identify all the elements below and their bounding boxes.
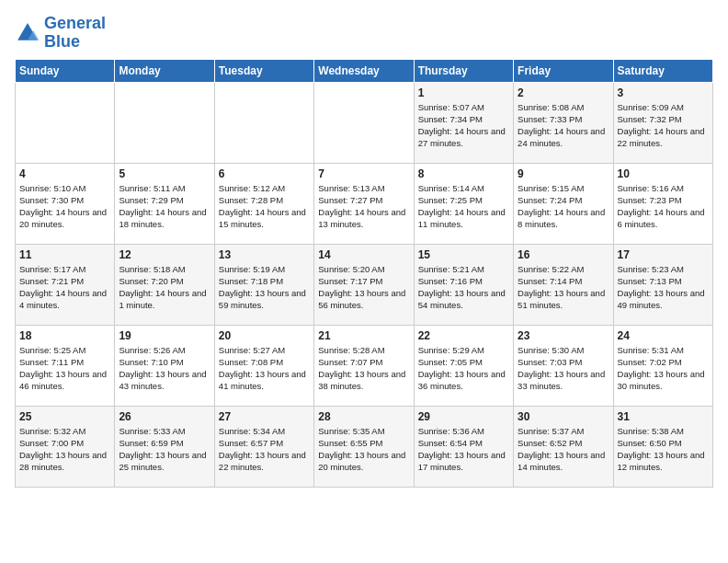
- calendar-cell: 17Sunrise: 5:23 AMSunset: 7:13 PMDayligh…: [613, 244, 712, 325]
- logo-icon: [15, 20, 40, 46]
- day-info: Sunrise: 5:27 AMSunset: 7:08 PMDaylight:…: [219, 344, 310, 393]
- calendar-cell: 15Sunrise: 5:21 AMSunset: 7:16 PMDayligh…: [414, 244, 513, 325]
- weekday-header-row: SundayMondayTuesdayWednesdayThursdayFrid…: [16, 59, 713, 82]
- calendar-cell: 19Sunrise: 5:26 AMSunset: 7:10 PMDayligh…: [115, 325, 214, 406]
- logo-text: General Blue: [44, 15, 106, 52]
- day-number: 3: [618, 86, 709, 99]
- calendar-cell: 24Sunrise: 5:31 AMSunset: 7:02 PMDayligh…: [613, 325, 712, 406]
- calendar-cell: 26Sunrise: 5:33 AMSunset: 6:59 PMDayligh…: [115, 406, 214, 487]
- day-info: Sunrise: 5:25 AMSunset: 7:11 PMDaylight:…: [19, 344, 110, 393]
- day-number: 6: [219, 167, 310, 180]
- calendar-cell: 21Sunrise: 5:28 AMSunset: 7:07 PMDayligh…: [314, 325, 414, 406]
- calendar-cell: 6Sunrise: 5:12 AMSunset: 7:28 PMDaylight…: [214, 163, 313, 244]
- day-info: Sunrise: 5:10 AMSunset: 7:30 PMDaylight:…: [19, 182, 110, 231]
- day-info: Sunrise: 5:13 AMSunset: 7:27 PMDaylight:…: [318, 182, 409, 231]
- calendar-cell: [214, 82, 313, 163]
- calendar-cell: 30Sunrise: 5:37 AMSunset: 6:52 PMDayligh…: [514, 406, 613, 487]
- weekday-header: Sunday: [16, 59, 115, 82]
- day-info: Sunrise: 5:22 AMSunset: 7:14 PMDaylight:…: [518, 263, 609, 312]
- day-info: Sunrise: 5:18 AMSunset: 7:20 PMDaylight:…: [119, 263, 210, 312]
- day-info: Sunrise: 5:30 AMSunset: 7:03 PMDaylight:…: [518, 344, 609, 393]
- day-number: 5: [119, 167, 210, 180]
- day-info: Sunrise: 5:31 AMSunset: 7:02 PMDaylight:…: [618, 344, 709, 393]
- calendar-cell: 1Sunrise: 5:07 AMSunset: 7:34 PMDaylight…: [414, 82, 513, 163]
- day-info: Sunrise: 5:28 AMSunset: 7:07 PMDaylight:…: [318, 344, 409, 393]
- day-info: Sunrise: 5:32 AMSunset: 7:00 PMDaylight:…: [19, 425, 110, 474]
- day-info: Sunrise: 5:26 AMSunset: 7:10 PMDaylight:…: [119, 344, 210, 393]
- day-info: Sunrise: 5:15 AMSunset: 7:24 PMDaylight:…: [518, 182, 609, 231]
- calendar-cell: 18Sunrise: 5:25 AMSunset: 7:11 PMDayligh…: [16, 325, 115, 406]
- day-number: 26: [119, 410, 210, 423]
- day-number: 12: [119, 248, 210, 261]
- day-info: Sunrise: 5:07 AMSunset: 7:34 PMDaylight:…: [418, 101, 509, 150]
- day-info: Sunrise: 5:38 AMSunset: 6:50 PMDaylight:…: [618, 425, 709, 474]
- day-info: Sunrise: 5:34 AMSunset: 6:57 PMDaylight:…: [219, 425, 310, 474]
- weekday-header: Tuesday: [214, 59, 313, 82]
- calendar-cell: 12Sunrise: 5:18 AMSunset: 7:20 PMDayligh…: [115, 244, 214, 325]
- day-number: 2: [518, 86, 609, 99]
- calendar-cell: 5Sunrise: 5:11 AMSunset: 7:29 PMDaylight…: [115, 163, 214, 244]
- day-number: 7: [318, 167, 409, 180]
- day-number: 9: [518, 167, 609, 180]
- calendar-week-row: 1Sunrise: 5:07 AMSunset: 7:34 PMDaylight…: [16, 82, 713, 163]
- calendar-cell: 29Sunrise: 5:36 AMSunset: 6:54 PMDayligh…: [414, 406, 513, 487]
- day-number: 22: [418, 329, 509, 342]
- day-number: 17: [618, 248, 709, 261]
- day-number: 19: [119, 329, 210, 342]
- day-number: 18: [19, 329, 110, 342]
- day-number: 4: [19, 167, 110, 180]
- calendar-table: SundayMondayTuesdayWednesdayThursdayFrid…: [15, 59, 713, 488]
- calendar-cell: [16, 82, 115, 163]
- calendar-cell: 22Sunrise: 5:29 AMSunset: 7:05 PMDayligh…: [414, 325, 513, 406]
- day-number: 13: [219, 248, 310, 261]
- day-number: 27: [219, 410, 310, 423]
- calendar-cell: 8Sunrise: 5:14 AMSunset: 7:25 PMDaylight…: [414, 163, 513, 244]
- day-info: Sunrise: 5:20 AMSunset: 7:17 PMDaylight:…: [318, 263, 409, 312]
- calendar-cell: [115, 82, 214, 163]
- day-info: Sunrise: 5:35 AMSunset: 6:55 PMDaylight:…: [318, 425, 409, 474]
- day-number: 25: [19, 410, 110, 423]
- day-info: Sunrise: 5:21 AMSunset: 7:16 PMDaylight:…: [418, 263, 509, 312]
- calendar-cell: 11Sunrise: 5:17 AMSunset: 7:21 PMDayligh…: [16, 244, 115, 325]
- day-info: Sunrise: 5:08 AMSunset: 7:33 PMDaylight:…: [518, 101, 609, 150]
- calendar-cell: 13Sunrise: 5:19 AMSunset: 7:18 PMDayligh…: [214, 244, 313, 325]
- day-info: Sunrise: 5:12 AMSunset: 7:28 PMDaylight:…: [219, 182, 310, 231]
- calendar-cell: [314, 82, 414, 163]
- day-info: Sunrise: 5:17 AMSunset: 7:21 PMDaylight:…: [19, 263, 110, 312]
- weekday-header: Thursday: [414, 59, 513, 82]
- day-number: 16: [518, 248, 609, 261]
- day-number: 1: [418, 86, 509, 99]
- day-info: Sunrise: 5:11 AMSunset: 7:29 PMDaylight:…: [119, 182, 210, 231]
- calendar-cell: 20Sunrise: 5:27 AMSunset: 7:08 PMDayligh…: [214, 325, 313, 406]
- day-number: 29: [418, 410, 509, 423]
- day-number: 24: [618, 329, 709, 342]
- calendar-cell: 2Sunrise: 5:08 AMSunset: 7:33 PMDaylight…: [514, 82, 613, 163]
- calendar-cell: 31Sunrise: 5:38 AMSunset: 6:50 PMDayligh…: [613, 406, 712, 487]
- day-number: 8: [418, 167, 509, 180]
- weekday-header: Wednesday: [314, 59, 414, 82]
- day-info: Sunrise: 5:36 AMSunset: 6:54 PMDaylight:…: [418, 425, 509, 474]
- calendar-cell: 3Sunrise: 5:09 AMSunset: 7:32 PMDaylight…: [613, 82, 712, 163]
- day-info: Sunrise: 5:33 AMSunset: 6:59 PMDaylight:…: [119, 425, 210, 474]
- calendar-cell: 25Sunrise: 5:32 AMSunset: 7:00 PMDayligh…: [16, 406, 115, 487]
- day-number: 20: [219, 329, 310, 342]
- calendar-week-row: 18Sunrise: 5:25 AMSunset: 7:11 PMDayligh…: [16, 325, 713, 406]
- calendar-cell: 16Sunrise: 5:22 AMSunset: 7:14 PMDayligh…: [514, 244, 613, 325]
- day-number: 28: [318, 410, 409, 423]
- weekday-header: Monday: [115, 59, 214, 82]
- calendar-week-row: 25Sunrise: 5:32 AMSunset: 7:00 PMDayligh…: [16, 406, 713, 487]
- calendar-cell: 10Sunrise: 5:16 AMSunset: 7:23 PMDayligh…: [613, 163, 712, 244]
- calendar-week-row: 11Sunrise: 5:17 AMSunset: 7:21 PMDayligh…: [16, 244, 713, 325]
- calendar-cell: 23Sunrise: 5:30 AMSunset: 7:03 PMDayligh…: [514, 325, 613, 406]
- logo: General Blue: [15, 15, 106, 52]
- day-info: Sunrise: 5:29 AMSunset: 7:05 PMDaylight:…: [418, 344, 509, 393]
- day-info: Sunrise: 5:19 AMSunset: 7:18 PMDaylight:…: [219, 263, 310, 312]
- day-number: 11: [19, 248, 110, 261]
- day-info: Sunrise: 5:14 AMSunset: 7:25 PMDaylight:…: [418, 182, 509, 231]
- calendar-cell: 7Sunrise: 5:13 AMSunset: 7:27 PMDaylight…: [314, 163, 414, 244]
- day-number: 31: [618, 410, 709, 423]
- day-number: 21: [318, 329, 409, 342]
- day-number: 23: [518, 329, 609, 342]
- weekday-header: Saturday: [613, 59, 712, 82]
- day-info: Sunrise: 5:16 AMSunset: 7:23 PMDaylight:…: [618, 182, 709, 231]
